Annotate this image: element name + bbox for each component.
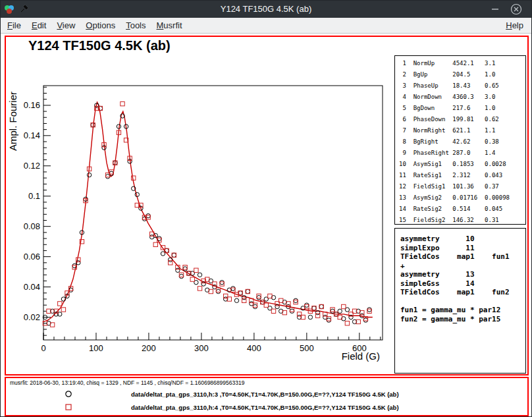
y-tick-label: 0.12 bbox=[24, 161, 40, 171]
parameter-row: 12 FieldSig1 101.36 0.37 bbox=[399, 181, 525, 192]
theory-line: TFieldCos map1 fun2 bbox=[400, 288, 525, 297]
x-tick-label: 0 bbox=[41, 343, 45, 353]
theory-line: asymmetry 13 bbox=[400, 270, 525, 279]
y-tick-label: 0.06 bbox=[24, 252, 40, 262]
fourier-plot[interactable]: 01002003004005006000.020.040.060.080.10.… bbox=[6, 37, 397, 374]
y-tick-label: 0.02 bbox=[24, 312, 40, 322]
circle-marker-icon bbox=[64, 389, 73, 399]
theory-line bbox=[400, 297, 525, 306]
x-axis-title: Field (G) bbox=[342, 350, 380, 362]
minimize-button[interactable] bbox=[489, 3, 501, 15]
theory-line: simpleGss 14 bbox=[400, 279, 525, 289]
parameter-row: 3 PhaseUp 18.43 0.65 bbox=[399, 80, 525, 92]
root-canvas[interactable]: Y124 TF150G 4.5K (ab) 010020030040050060… bbox=[1, 34, 531, 417]
x-tick-label: 400 bbox=[247, 343, 261, 353]
theory-line: fun2 = gamma_mu * par15 bbox=[400, 315, 525, 324]
legend-label: data/deltat_pta_gps_3110,h:4 ,T0=4.50K,T… bbox=[131, 404, 399, 411]
parameter-row: 5 BgDown 217.6 1.0 bbox=[399, 103, 525, 114]
parameter-row: 6 PhaseDown 199.81 0.62 bbox=[399, 114, 525, 125]
parameter-row: 9 PhaseRight 287.0 1.4 bbox=[399, 148, 525, 159]
theory-line: TFieldCos map1 fun1 bbox=[400, 252, 525, 262]
y-axis bbox=[43, 87, 51, 335]
legend-entry-2: data/deltat_pta_gps_3110,h:4 ,T0=4.50K,T… bbox=[6, 402, 527, 414]
parameter-row: 1 NormUp 4542.1 3.1 bbox=[399, 58, 525, 69]
parameter-row: 13 AsymSig2 0.01716 0.00098 bbox=[399, 192, 525, 204]
theory-line: asymmetry 10 bbox=[400, 235, 525, 244]
app-window: Y124 TF150G 4.5K (ab) FileEditViewOption… bbox=[0, 0, 532, 417]
menu-item-musrfit[interactable]: Musrfit bbox=[151, 18, 188, 33]
x-tick-label: 500 bbox=[300, 343, 314, 353]
menu-item-view[interactable]: View bbox=[51, 18, 80, 33]
parameter-box: 1 NormUp 4542.1 3.1 2 BgUp 204.5 1.0 3 P… bbox=[394, 55, 526, 225]
y-axis-title: Ampl. Fourier bbox=[7, 92, 18, 151]
theory-line: simplExpo 11 bbox=[400, 244, 525, 253]
parameter-row: 11 RateSig1 2.312 0.043 bbox=[399, 170, 525, 181]
x-tick-label: 200 bbox=[142, 343, 156, 353]
theory-line: fun1 = gamma_mu * par12 bbox=[400, 306, 525, 315]
window-title: Y124 TF150G 4.5K (ab) bbox=[1, 1, 531, 18]
titlebar[interactable]: Y124 TF150G 4.5K (ab) bbox=[1, 1, 531, 18]
parameter-row: 14 RateSig2 0.514 0.045 bbox=[399, 204, 525, 215]
menubar: FileEditViewOptionsToolsMusrfit Help bbox=[1, 18, 531, 34]
menu-item-file[interactable]: File bbox=[2, 18, 26, 33]
legend-entry-1: data/deltat_pta_gps_3110,h:3 ,T0=4.50K,T… bbox=[6, 389, 527, 401]
legend-area: data/deltat_pta_gps_3110,h:3 ,T0=4.50K,T… bbox=[6, 378, 527, 415]
y-tick-label: 0.14 bbox=[24, 130, 40, 140]
parameter-row: 10 AsymSig1 0.1853 0.0028 bbox=[399, 159, 525, 170]
x-tick-label: 100 bbox=[89, 343, 103, 353]
info-pad: musrfit: 2018-06-30, 13:19:40, chisq = 1… bbox=[5, 377, 529, 416]
parameter-row: 4 NormDown 4360.3 3.0 bbox=[399, 92, 525, 103]
parameter-row: 15 FieldSig2 146.32 0.31 bbox=[399, 215, 525, 225]
legend-label: data/deltat_pta_gps_3110,h:3 ,T0=4.50K,T… bbox=[131, 391, 399, 398]
parameter-row: 2 BgUp 204.5 1.0 bbox=[399, 69, 525, 80]
x-tick-label: 300 bbox=[194, 343, 209, 353]
y-tick-label: 0.1 bbox=[28, 191, 40, 201]
parameter-row: 7 NormRight 621.1 1.1 bbox=[399, 125, 525, 136]
main-plot-pad[interactable]: Y124 TF150G 4.5K (ab) 010020030040050060… bbox=[5, 36, 529, 375]
menubar-right: Help bbox=[500, 18, 529, 33]
close-button[interactable] bbox=[510, 3, 522, 15]
fit-line bbox=[43, 102, 373, 321]
menu-item-options[interactable]: Options bbox=[80, 18, 120, 33]
x-axis bbox=[43, 333, 381, 340]
menu-item-tools[interactable]: Tools bbox=[120, 18, 151, 33]
square-marker-icon bbox=[64, 403, 73, 412]
y-tick-label: 0.08 bbox=[24, 221, 40, 231]
menubar-left: FileEditViewOptionsToolsMusrfit bbox=[2, 18, 188, 33]
minimize-icon bbox=[489, 3, 501, 15]
y-tick-label: 0.04 bbox=[24, 282, 40, 292]
theory-line: + bbox=[400, 262, 525, 271]
y-tick-label: 0.16 bbox=[24, 100, 40, 110]
parameter-row: 8 BgRight 42.62 0.38 bbox=[399, 136, 525, 148]
menu-item-help[interactable]: Help bbox=[500, 18, 529, 33]
close-icon bbox=[510, 3, 522, 15]
theory-box: asymmetry 10simplExpo 11TFieldCos map1 f… bbox=[394, 228, 526, 374]
menu-item-edit[interactable]: Edit bbox=[26, 18, 51, 33]
